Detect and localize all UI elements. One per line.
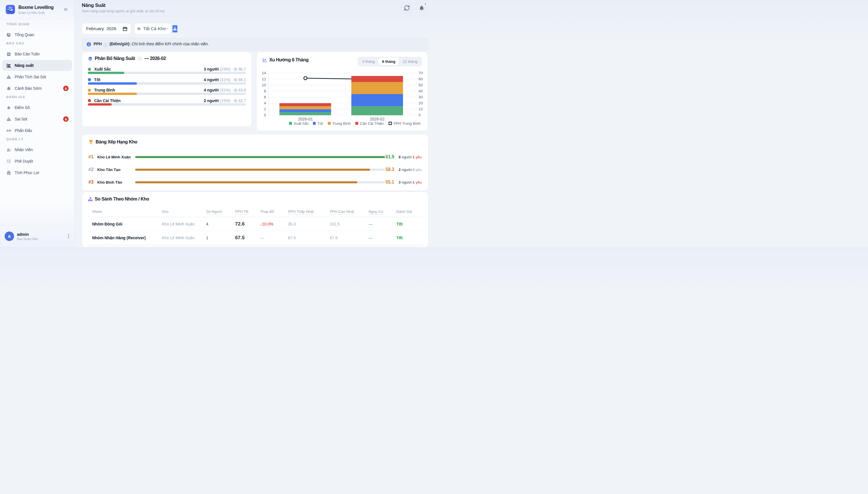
svg-text:Tốt: Tốt <box>317 121 323 126</box>
svg-text:14: 14 <box>262 71 266 75</box>
svg-text:0: 0 <box>264 113 266 117</box>
svg-text:10: 10 <box>419 107 423 111</box>
svg-text:50: 50 <box>419 83 423 87</box>
svg-text:2026-02: 2026-02 <box>370 117 385 121</box>
svg-text:40: 40 <box>419 89 423 93</box>
svg-text:70: 70 <box>419 71 423 75</box>
svg-text:6: 6 <box>264 95 266 99</box>
svg-text:PPH Trung Bình: PPH Trung Bình <box>393 121 421 126</box>
svg-text:4: 4 <box>264 101 266 105</box>
svg-text:12: 12 <box>262 77 266 81</box>
svg-text:20: 20 <box>419 101 423 105</box>
svg-text:60: 60 <box>419 77 423 81</box>
svg-text:8: 8 <box>264 89 266 93</box>
svg-text:2: 2 <box>264 107 266 111</box>
svg-text:2026-01: 2026-01 <box>298 117 313 121</box>
svg-text:Cần Cải Thiện: Cần Cải Thiện <box>360 121 384 126</box>
svg-text:0: 0 <box>419 113 421 117</box>
svg-text:30: 30 <box>419 95 423 99</box>
svg-text:Xuất Sắc: Xuất Sắc <box>294 121 309 126</box>
svg-text:Trung Bình: Trung Bình <box>332 121 351 126</box>
svg-text:10: 10 <box>262 83 266 87</box>
